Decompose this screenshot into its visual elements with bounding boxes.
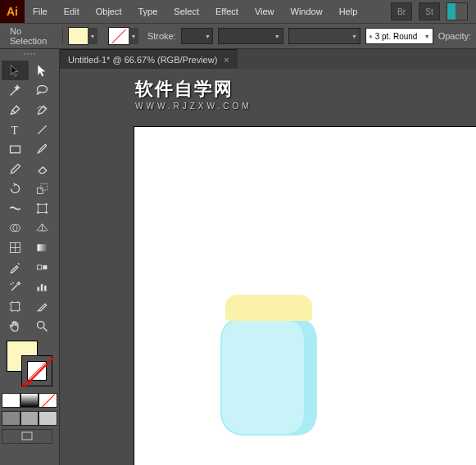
draw-behind[interactable] — [20, 411, 39, 426]
menu-view[interactable]: View — [247, 0, 283, 23]
mesh-tool[interactable] — [2, 237, 29, 257]
stroke-weight-input[interactable]: ▼ — [181, 28, 213, 44]
svg-rect-4 — [41, 183, 48, 190]
svg-rect-18 — [38, 287, 40, 291]
eyedropper-tool[interactable] — [2, 257, 29, 277]
chevron-down-icon: ▼ — [203, 34, 211, 39]
column-graph-tool[interactable] — [29, 277, 56, 296]
menu-window[interactable]: Window — [283, 0, 331, 23]
pen-tool[interactable] — [2, 100, 29, 120]
width-tool[interactable] — [2, 198, 29, 218]
symbol-sprayer-tool[interactable] — [2, 277, 29, 296]
perspective-grid-tool[interactable] — [29, 218, 56, 237]
chevron-down-icon[interactable]: ▼ — [129, 28, 138, 44]
brush-profile-value: 3 pt. Round — [375, 32, 418, 41]
free-transform-tool[interactable] — [29, 198, 56, 218]
selection-label: No Selection — [5, 26, 57, 46]
rotate-tool[interactable] — [2, 178, 29, 198]
color-mode-solid[interactable] — [2, 393, 20, 408]
stroke-swatch[interactable]: ▼ — [108, 27, 129, 45]
stock-icon[interactable]: St — [419, 2, 440, 20]
menu-edit[interactable]: Edit — [56, 0, 88, 23]
rectangle-tool[interactable] — [2, 139, 29, 159]
svg-rect-2 — [11, 146, 20, 153]
watermark: 软件自学网 WWW.RJZXW.COM — [135, 77, 252, 111]
zoom-tool[interactable] — [29, 316, 56, 336]
opacity-label: Opacity: — [438, 31, 471, 41]
color-mode-gradient[interactable] — [20, 393, 39, 408]
hand-tool[interactable] — [2, 316, 29, 336]
lasso-tool[interactable] — [29, 80, 56, 100]
jar-illustration — [214, 280, 345, 444]
svg-point-8 — [37, 211, 39, 214]
menu-object[interactable]: Object — [88, 0, 130, 23]
paintbrush-tool[interactable] — [29, 139, 56, 159]
svg-text:T: T — [11, 124, 18, 136]
brush-definition[interactable]: ▼ — [288, 28, 360, 44]
chevron-down-icon[interactable]: ▼ — [88, 28, 97, 44]
tool-panel: T — [0, 49, 60, 465]
close-icon[interactable]: × — [224, 55, 229, 65]
artboard-tool[interactable] — [2, 296, 29, 316]
svg-rect-14 — [38, 264, 42, 269]
control-bar: No Selection ▼ ▼ Stroke: ▼ ▼ ▼ ● 3 pt. R… — [0, 23, 476, 49]
pencil-tool[interactable] — [2, 159, 29, 178]
menu-select[interactable]: Select — [165, 0, 207, 23]
draw-normal[interactable] — [2, 411, 20, 426]
divider — [62, 27, 63, 45]
tool-grid: T — [0, 59, 59, 337]
type-tool[interactable]: T — [2, 120, 29, 139]
svg-point-17 — [12, 282, 14, 283]
svg-rect-19 — [41, 284, 43, 291]
right-icons: Br St — [391, 2, 476, 20]
menu-type[interactable]: Type — [130, 0, 166, 23]
chevron-down-icon: ▼ — [273, 34, 280, 39]
document-tabbar: Untitled-1* @ 66.67% (RGB/Preview) × — [60, 49, 476, 70]
direct-selection-tool[interactable] — [29, 61, 56, 80]
screen-mode-button[interactable] — [2, 429, 52, 444]
arrange-docs-icon[interactable] — [447, 2, 468, 20]
canvas-area: Untitled-1* @ 66.67% (RGB/Preview) × 软件自… — [60, 49, 476, 465]
fill-swatch[interactable]: ▼ — [68, 27, 88, 45]
chevron-down-icon: ▼ — [350, 34, 357, 39]
draw-inside[interactable] — [39, 411, 57, 426]
canvas-inner[interactable]: 软件自学网 WWW.RJZXW.COM — [60, 69, 476, 465]
scale-tool[interactable] — [29, 178, 56, 198]
menu-effect[interactable]: Effect — [207, 0, 247, 23]
svg-point-22 — [38, 321, 45, 328]
svg-line-23 — [43, 327, 47, 331]
brush-profile-select[interactable]: ● 3 pt. Round ▼ — [365, 28, 433, 44]
screen-mode-row — [0, 427, 59, 445]
magic-wand-tool[interactable] — [2, 80, 29, 100]
curvature-tool[interactable] — [29, 100, 56, 120]
fill-stroke-swatches — [0, 337, 59, 391]
selection-tool[interactable] — [2, 61, 29, 80]
color-mode-none[interactable] — [39, 393, 57, 408]
menubar: Ai File Edit Object Type Select Effect V… — [0, 0, 476, 23]
variable-width-profile[interactable]: ▼ — [218, 28, 283, 44]
svg-rect-20 — [44, 285, 47, 291]
slice-tool[interactable] — [29, 296, 56, 316]
watermark-line2: WWW.RJZXW.COM — [135, 102, 252, 111]
svg-point-6 — [37, 203, 39, 205]
svg-rect-24 — [22, 432, 32, 440]
svg-rect-3 — [38, 187, 43, 193]
color-mode-row — [0, 391, 59, 409]
blend-tool[interactable] — [29, 257, 56, 277]
document-tab[interactable]: Untitled-1* @ 66.67% (RGB/Preview) × — [60, 49, 238, 70]
menu-help[interactable]: Help — [331, 0, 366, 23]
eraser-tool[interactable] — [29, 159, 56, 178]
menu-file[interactable]: File — [25, 0, 56, 23]
gradient-tool[interactable] — [29, 237, 56, 257]
panel-grabber[interactable] — [0, 49, 59, 59]
app-icon: Ai — [0, 0, 25, 23]
chevron-down-icon: ▼ — [423, 34, 430, 39]
shape-builder-tool[interactable] — [2, 218, 29, 237]
line-segment-tool[interactable] — [29, 120, 56, 139]
svg-rect-21 — [11, 302, 19, 310]
svg-point-9 — [45, 211, 48, 214]
stroke-swatch-large[interactable] — [21, 355, 52, 386]
bridge-icon[interactable]: Br — [391, 2, 412, 20]
tab-title: Untitled-1* @ 66.67% (RGB/Preview) — [68, 55, 217, 65]
svg-point-16 — [11, 283, 12, 285]
